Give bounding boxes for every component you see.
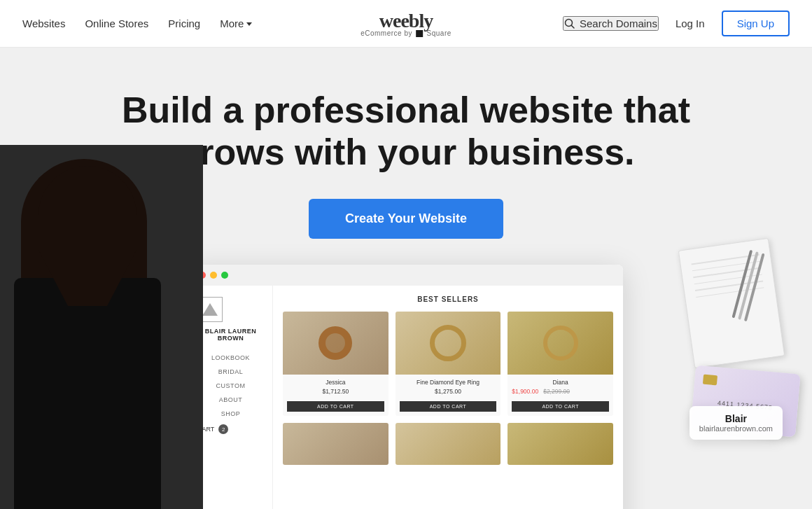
- product-image: [507, 423, 613, 465]
- chevron-down-icon: [246, 22, 252, 26]
- shop-nav-bridal[interactable]: BRIDAL: [197, 368, 264, 375]
- shop-logo-triangle: [202, 303, 218, 316]
- product-info: Diana $1,900.00 $2,299.00 ADD TO CART: [507, 375, 613, 416]
- svg-line-1: [572, 25, 575, 28]
- shop-main: BEST SELLERS Jessica $1,712.50 ADD TO CA…: [273, 286, 623, 509]
- shop-nav-custom[interactable]: CUSTOM: [197, 382, 264, 389]
- person-background: [0, 145, 203, 509]
- square-icon: [416, 30, 423, 37]
- product-card: Fine Diamond Eye Ring $1,275.00 ADD TO C…: [396, 312, 501, 416]
- products-grid: Jessica $1,712.50 ADD TO CART Fine Diamo…: [283, 312, 613, 416]
- product-price: $1,712.50: [287, 388, 384, 395]
- product-image: [396, 312, 501, 375]
- nav-right: Search Domains Log In Sign Up: [563, 11, 790, 36]
- add-to-cart-button[interactable]: ADD TO CART: [287, 401, 384, 412]
- signup-button[interactable]: Sign Up: [722, 11, 790, 36]
- product-card: Jessica $1,712.50 ADD TO CART: [283, 312, 388, 416]
- best-sellers-label: BEST SELLERS: [283, 295, 613, 303]
- product-image: [396, 423, 501, 465]
- deco-right: 4411 1234 5678 Blair blairlaurenbrown.co…: [672, 244, 798, 454]
- product-image: [283, 423, 388, 465]
- hero-title: Build a professional website that grows …: [119, 90, 693, 174]
- nav-left: Websites Online Stores Pricing More: [22, 18, 252, 29]
- ring-icon: [430, 325, 466, 361]
- nav-pricing[interactable]: Pricing: [168, 18, 200, 29]
- blair-name: Blair: [699, 413, 773, 424]
- shop-nav-about[interactable]: ABOUT: [197, 396, 264, 403]
- browser-mockup: BLAIR LAUREN BROWN LOOKBOOK BRIDAL CUSTO…: [189, 265, 623, 509]
- browser-dot-green: [221, 272, 228, 279]
- header: Websites Online Stores Pricing More weeb…: [0, 0, 812, 48]
- logo-sub: eCommerce by Square: [360, 29, 451, 37]
- product-image: [283, 312, 388, 375]
- person-body: [14, 278, 161, 509]
- search-icon: [564, 18, 575, 29]
- logo[interactable]: weebly eCommerce by Square: [360, 10, 451, 37]
- browser-content: BLAIR LAUREN BROWN LOOKBOOK BRIDAL CUSTO…: [189, 286, 623, 509]
- blair-badge: Blair blairlaurenbrown.com: [690, 406, 783, 440]
- product-name: Diana: [512, 379, 609, 386]
- products-grid-row2: [283, 423, 613, 465]
- add-to-cart-button[interactable]: ADD TO CART: [512, 401, 609, 412]
- card-chip: [703, 375, 718, 386]
- search-domains-button[interactable]: Search Domains: [563, 16, 659, 31]
- add-to-cart-button[interactable]: ADD TO CART: [400, 401, 497, 412]
- browser-dot-yellow: [210, 272, 217, 279]
- person-image: [0, 145, 203, 509]
- product-info: Fine Diamond Eye Ring $1,275.00 ADD TO C…: [396, 375, 501, 416]
- nav-websites[interactable]: Websites: [22, 18, 65, 29]
- product-card: [283, 423, 388, 465]
- cart-row[interactable]: CART 2: [197, 424, 264, 434]
- notebook: [678, 238, 785, 368]
- create-website-button[interactable]: Create Your Website: [309, 199, 503, 239]
- notebook-lines: [679, 239, 776, 313]
- product-price: $1,275.00: [400, 388, 497, 395]
- product-info: Jessica $1,712.50 ADD TO CART: [283, 375, 388, 416]
- shop-nav-lookbook[interactable]: LOOKBOOK: [197, 354, 264, 361]
- product-price-strike: $1,900.00: [512, 388, 538, 395]
- ring-icon: [543, 326, 578, 361]
- login-button[interactable]: Log In: [676, 18, 705, 29]
- cart-badge: 2: [218, 424, 228, 434]
- browser-bar: [189, 265, 623, 286]
- product-card: Diana $1,900.00 $2,299.00 ADD TO CART: [507, 312, 613, 416]
- product-name: Jessica: [287, 379, 384, 386]
- shop-nav-shop[interactable]: SHOP: [197, 410, 264, 417]
- hero-section: Build a professional website that grows …: [0, 48, 812, 509]
- product-card: [396, 423, 501, 465]
- blair-url: blairlaurenbrown.com: [699, 424, 773, 433]
- ring-icon: [318, 326, 352, 360]
- nav-more-button[interactable]: More: [220, 18, 252, 29]
- product-card: [507, 423, 613, 465]
- product-price-original: $2,299.00: [543, 388, 570, 395]
- product-name: Fine Diamond Eye Ring: [400, 379, 497, 386]
- shop-name: BLAIR LAUREN BROWN: [197, 328, 264, 342]
- nav-online-stores[interactable]: Online Stores: [85, 18, 148, 29]
- product-image: [507, 312, 613, 375]
